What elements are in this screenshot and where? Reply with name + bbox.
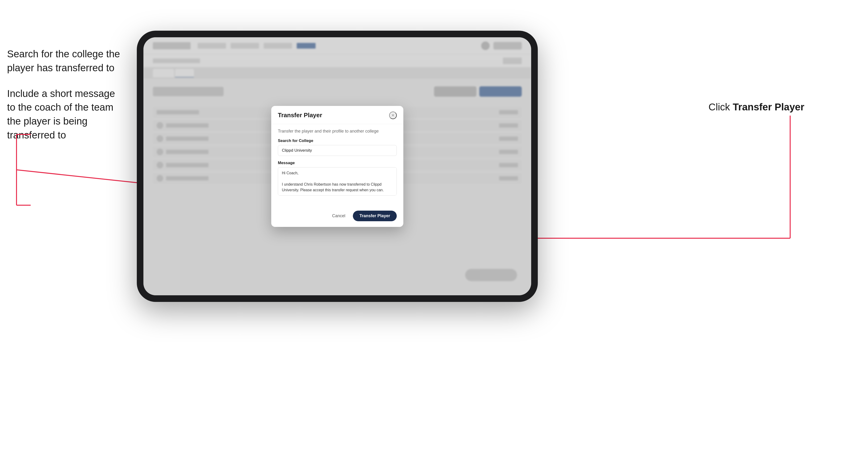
annotation-message-text: Include a short message to the coach of …	[7, 87, 125, 142]
modal-close-button[interactable]: ×	[389, 112, 397, 119]
message-label: Message	[278, 161, 397, 165]
tablet-frame: Transfer Player × Transfer the player an…	[137, 31, 538, 302]
modal-overlay: Transfer Player × Transfer the player an…	[144, 37, 531, 295]
annotation-right: Click Transfer Player	[709, 101, 804, 113]
transfer-player-button[interactable]: Transfer Player	[353, 211, 397, 221]
modal-footer: Cancel Transfer Player	[271, 207, 403, 227]
search-college-label: Search for College	[278, 138, 397, 143]
modal-header: Transfer Player ×	[271, 106, 403, 124]
transfer-player-modal: Transfer Player × Transfer the player an…	[271, 106, 403, 227]
modal-subtitle: Transfer the player and their profile to…	[278, 129, 397, 134]
cancel-button[interactable]: Cancel	[328, 211, 349, 221]
search-college-input[interactable]	[278, 145, 397, 156]
modal-title: Transfer Player	[278, 112, 322, 119]
modal-body: Transfer the player and their profile to…	[271, 124, 403, 207]
annotation-transfer-bold: Transfer Player	[733, 101, 804, 113]
annotation-search-text: Search for the college the player has tr…	[7, 47, 125, 75]
tablet-screen: Transfer Player × Transfer the player an…	[144, 37, 531, 295]
message-textarea[interactable]: Hi Coach, I understand Chris Robertson h…	[278, 167, 397, 195]
annotation-left: Search for the college the player has tr…	[7, 47, 125, 154]
message-group: Message Hi Coach, I understand Chris Rob…	[278, 161, 397, 196]
search-college-group: Search for College	[278, 138, 397, 156]
